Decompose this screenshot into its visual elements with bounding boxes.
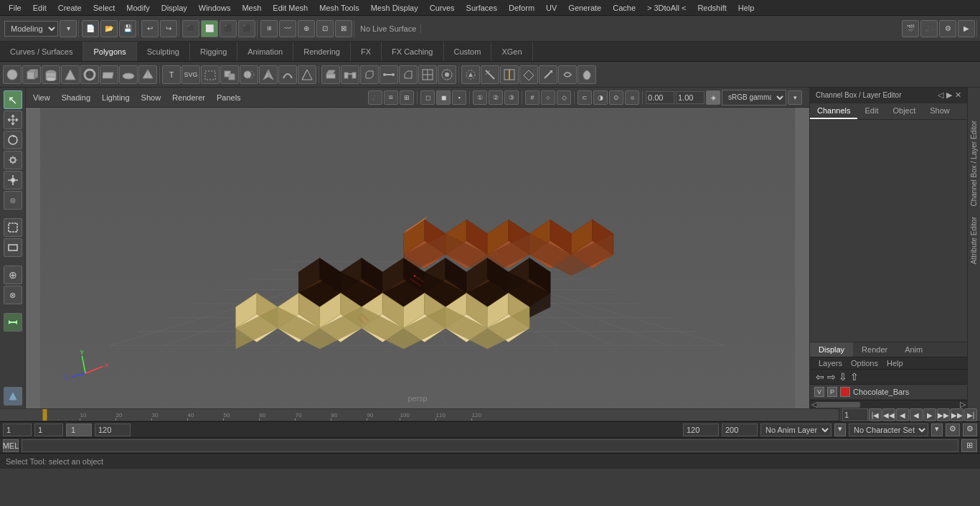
channel-tab-object[interactable]: Object xyxy=(885,103,923,119)
vp-wireframe-btn[interactable]: ◻ xyxy=(420,90,435,105)
select-paint-btn[interactable]: ⬛ xyxy=(238,20,255,37)
viewport-menu-show[interactable]: Show xyxy=(138,92,164,103)
lasso-select-btn[interactable] xyxy=(4,218,22,237)
menu-redshift[interactable]: Redshift xyxy=(692,2,732,14)
chamfer-btn[interactable] xyxy=(360,65,379,84)
layers-menu[interactable]: Layers xyxy=(816,359,845,367)
viewport-menu-renderer[interactable]: Renderer xyxy=(169,92,208,103)
vp-isolate-btn[interactable]: ◑ xyxy=(593,90,608,105)
disk-btn[interactable] xyxy=(119,65,138,84)
platonic-btn[interactable] xyxy=(138,65,157,84)
prev-frame-btn[interactable]: ◀◀ xyxy=(882,408,895,421)
bridge-btn[interactable] xyxy=(341,65,359,84)
layer-visibility-btn[interactable]: V xyxy=(814,387,824,397)
menu-surfaces[interactable]: Surfaces xyxy=(461,2,503,14)
tab-custom[interactable]: Custom xyxy=(444,42,492,61)
viewport-menu-shading[interactable]: Shading xyxy=(59,92,93,103)
next-key-btn[interactable]: ▶▶ xyxy=(937,408,950,421)
snap-view-btn[interactable]: ⊡ xyxy=(316,20,334,37)
move-tool-btn[interactable] xyxy=(4,111,22,129)
mel-input[interactable] xyxy=(22,439,958,452)
dra-tab-display[interactable]: Display xyxy=(810,342,853,357)
select-tool-btn[interactable]: ↖ xyxy=(4,90,22,109)
bevel-btn[interactable] xyxy=(399,65,418,84)
vp-val2-input[interactable] xyxy=(676,91,705,104)
ipr-btn[interactable]: 🎥 xyxy=(920,20,938,37)
side-tab-attribute-editor[interactable]: Attribute Editor xyxy=(969,212,979,268)
prev-key-btn[interactable]: ◀ xyxy=(896,408,909,421)
viewport-menu-view[interactable]: View xyxy=(30,92,53,103)
channel-box-expand-btn[interactable]: ▶ xyxy=(946,90,952,100)
marquee-select-btn[interactable] xyxy=(4,238,22,257)
vp-grid-btn[interactable]: ⊞ xyxy=(400,90,414,105)
render-current-btn[interactable]: 🎬 xyxy=(902,20,919,37)
gamma-select[interactable]: sRGB gamma xyxy=(722,90,786,106)
combine-btn[interactable] xyxy=(220,65,239,84)
play-fwd-btn[interactable]: ▶ xyxy=(923,408,936,421)
play-back-btn[interactable]: ◀ xyxy=(910,408,923,421)
tab-animation[interactable]: Animation xyxy=(237,42,293,61)
show-manip-btn[interactable] xyxy=(4,313,22,332)
anim-layer-select[interactable]: No Anim Layer xyxy=(760,423,831,436)
timeline-settings-btn[interactable]: ⚙ xyxy=(963,423,977,436)
layer-name[interactable]: Chocolate_Bars xyxy=(853,388,963,396)
selected-frame-input[interactable] xyxy=(68,423,90,436)
current-frame-input[interactable] xyxy=(842,408,868,421)
layer-prev-btn[interactable]: ⇨ xyxy=(827,371,836,383)
tab-rendering[interactable]: Rendering xyxy=(293,42,351,61)
menu-edit[interactable]: Edit xyxy=(27,2,52,14)
mel-script-editor-btn[interactable]: ⊞ xyxy=(961,439,977,452)
vp-grid-display-btn[interactable]: # xyxy=(525,90,540,105)
menu-mesh[interactable]: Mesh xyxy=(236,2,267,14)
quad-draw-btn[interactable] xyxy=(519,65,538,84)
fill-hole-btn[interactable] xyxy=(438,65,456,84)
extrude-btn[interactable] xyxy=(321,65,340,84)
render-sequence-btn[interactable]: ▶ xyxy=(958,20,975,37)
viewport-menu-panels[interactable]: Panels xyxy=(214,92,244,103)
vp-xray-btn[interactable]: ⊙ xyxy=(609,90,623,105)
undo-btn[interactable]: ↩ xyxy=(141,20,159,37)
tab-xgen[interactable]: XGen xyxy=(491,42,532,61)
subdivide-btn[interactable] xyxy=(418,65,437,84)
sculpt-btn[interactable] xyxy=(578,65,596,84)
cube-btn[interactable] xyxy=(22,65,41,84)
snap-grid-btn[interactable]: ⊞ xyxy=(260,20,278,37)
viewport-menu-lighting[interactable]: Lighting xyxy=(99,92,133,103)
smooth-btn[interactable] xyxy=(278,65,297,84)
multi-cut-btn[interactable] xyxy=(481,65,499,84)
menu-windows[interactable]: Windows xyxy=(193,2,237,14)
mel-label[interactable]: MEL xyxy=(3,439,19,452)
layer-playback-btn[interactable]: P xyxy=(827,387,837,397)
time-ruler[interactable]: 1 10 20 30 40 50 60 70 80 90 1 xyxy=(26,409,839,421)
boolean-btn[interactable] xyxy=(240,65,258,84)
workspace-expand-btn[interactable]: ▾ xyxy=(60,20,77,37)
text-btn[interactable]: T xyxy=(162,65,181,84)
vp-color-btn[interactable]: ◈ xyxy=(706,90,720,105)
menu-mesh-display[interactable]: Mesh Display xyxy=(365,2,424,14)
side-tab-channel-box[interactable]: Channel Box / Layer Editor xyxy=(969,116,979,211)
vp-camera-btn[interactable]: 🎥 xyxy=(368,90,382,105)
char-set-select[interactable]: No Character Set xyxy=(849,423,928,436)
vp-depth-btn[interactable]: ⌾ xyxy=(625,90,639,105)
scroll-left-btn[interactable]: ◁ xyxy=(811,400,817,409)
menu-display[interactable]: Display xyxy=(156,2,193,14)
insert-edge-btn[interactable] xyxy=(500,65,519,84)
menu-uv[interactable]: UV xyxy=(540,2,562,14)
menu-3dto-all[interactable]: > 3DtoAll < xyxy=(641,2,692,14)
open-scene-btn[interactable]: 📂 xyxy=(100,20,118,37)
scale-tool-btn[interactable] xyxy=(4,151,22,169)
mirror-btn[interactable] xyxy=(259,65,278,84)
channel-tab-channels[interactable]: Channels xyxy=(810,103,857,119)
render-region-btn[interactable] xyxy=(4,387,22,406)
vp-smooth-btn[interactable]: ① xyxy=(473,90,487,105)
tab-polygons[interactable]: Polygons xyxy=(83,42,136,61)
menu-modify[interactable]: Modify xyxy=(121,2,155,14)
relax-btn[interactable] xyxy=(558,65,577,84)
channel-box-collapse-btn[interactable]: ◁ xyxy=(938,90,943,100)
snap-point-btn[interactable]: ⊕ xyxy=(298,20,315,37)
connect-btn[interactable] xyxy=(380,65,398,84)
vol-btn[interactable] xyxy=(201,65,220,84)
vp-smooth2-btn[interactable]: ② xyxy=(489,90,503,105)
menu-cache[interactable]: Cache xyxy=(607,2,641,14)
vp-clipping-btn[interactable]: ⊂ xyxy=(578,90,592,105)
